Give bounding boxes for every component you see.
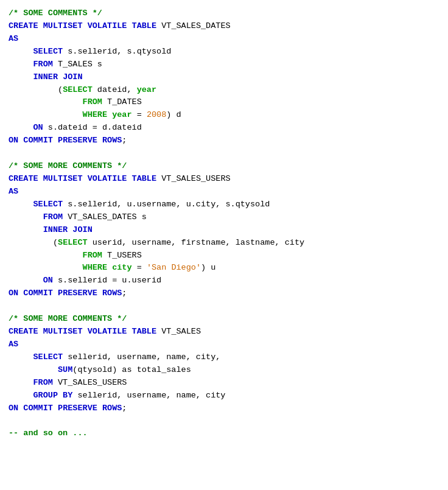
select-subquery-2: SELECT — [58, 238, 88, 247]
commit-keyword-1: COMMIT — [23, 136, 53, 145]
sum-keyword-1: SUM — [58, 365, 72, 374]
select-subquery-1: SELECT — [63, 85, 93, 94]
city-col-1: city — [112, 263, 131, 272]
join-keyword-1: JOIN — [63, 72, 82, 82]
multiset-keyword-3: MULTISET — [43, 327, 83, 336]
as-keyword-3: AS — [9, 340, 18, 349]
from-keyword-1: FROM — [33, 60, 53, 69]
on-commit-1: ON — [9, 136, 18, 145]
multiset-keyword-1: MULTISET — [43, 21, 83, 30]
select-keyword-3: SELECT — [33, 352, 63, 362]
volatile-keyword-2: VOLATILE — [88, 174, 127, 183]
as-keyword-1: AS — [9, 34, 18, 43]
volatile-keyword-1: VOLATILE — [88, 21, 127, 30]
commit-keyword-2: COMMIT — [23, 289, 53, 298]
inner-keyword-1: INNER — [33, 72, 58, 82]
preserve-keyword-3: PRESERVE — [58, 404, 97, 413]
from-subquery-1: FROM — [83, 97, 102, 107]
comment-line-4: -- and so on ... — [9, 429, 88, 438]
year-col-1: year — [137, 85, 156, 94]
on-commit-2: ON — [9, 289, 18, 298]
from-keyword-3: FROM — [33, 378, 53, 387]
comment-line-1: /* SOME COMMENTS */ — [9, 9, 102, 18]
comment-line-2: /* SOME MORE COMMENTS */ — [9, 161, 127, 170]
table-keyword-3: TABLE — [132, 327, 157, 336]
where-subquery-2: WHERE — [83, 263, 108, 272]
city-value-1: 'San Diego' — [147, 263, 201, 272]
create-keyword-2: CREATE — [9, 174, 38, 183]
create-keyword-3: CREATE — [9, 327, 38, 336]
as-keyword-2: AS — [9, 187, 18, 196]
on-commit-3: ON — [9, 404, 18, 413]
volatile-keyword-3: VOLATILE — [88, 327, 127, 336]
groupby-keyword-1: GROUP BY — [33, 391, 73, 400]
commit-keyword-3: COMMIT — [23, 404, 53, 413]
code-editor: /* SOME COMMENTS */ CREATE MULTISET VOLA… — [9, 7, 439, 440]
on-keyword-1: ON — [33, 123, 43, 132]
rows-keyword-2: ROWS — [102, 289, 122, 298]
multiset-keyword-2: MULTISET — [43, 174, 83, 183]
year-col-2: year — [112, 110, 131, 119]
on-keyword-2: ON — [43, 276, 53, 285]
from-subquery-2: FROM — [83, 251, 102, 260]
table-keyword-1: TABLE — [132, 21, 157, 30]
select-keyword-2: SELECT — [33, 200, 63, 209]
preserve-keyword-2: PRESERVE — [58, 289, 97, 298]
year-value-1: 2008 — [147, 110, 166, 119]
table-keyword-2: TABLE — [132, 174, 157, 183]
from-keyword-2: FROM — [43, 212, 63, 222]
comment-line-3: /* SOME MORE COMMENTS */ — [9, 314, 127, 323]
preserve-keyword-1: PRESERVE — [58, 136, 97, 145]
create-keyword-1: CREATE — [9, 21, 38, 30]
where-subquery-1: WHERE — [83, 110, 108, 119]
join-keyword-2: JOIN — [72, 225, 92, 234]
rows-keyword-1: ROWS — [102, 136, 122, 145]
select-keyword-1: SELECT — [33, 47, 63, 56]
inner-keyword-2: INNER — [43, 225, 68, 234]
rows-keyword-3: ROWS — [102, 404, 122, 413]
